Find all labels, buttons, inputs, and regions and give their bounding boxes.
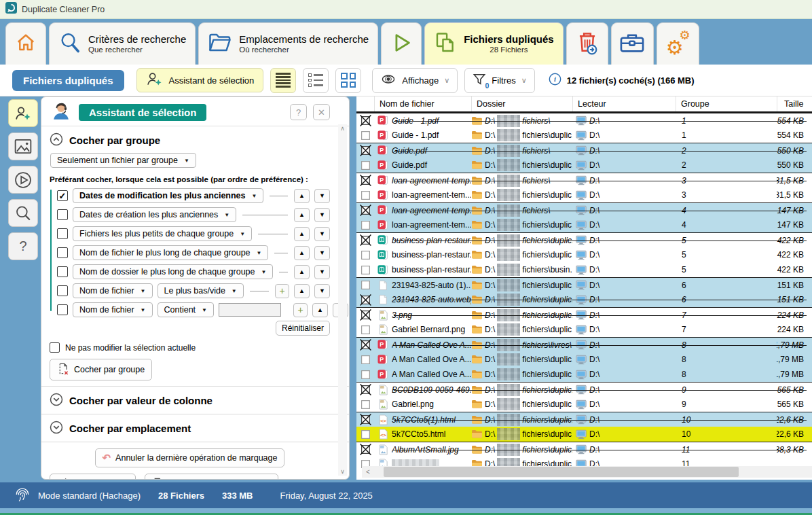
row-checkbox[interactable] xyxy=(356,173,374,188)
section-check-by-column[interactable]: Cocher par valeur de colonne xyxy=(50,393,330,408)
table-row[interactable]: P A Man Called Ove A... D:\fichiers\livr… xyxy=(356,337,812,352)
table-row[interactable]: Gabriel.png D:\fichiers\duplic... D:\ 9 … xyxy=(356,397,812,412)
rail-search-button[interactable] xyxy=(8,199,38,227)
table-row[interactable]: P loan-agreement-temp... D:\fichiers\ D:… xyxy=(356,173,812,188)
section-check-by-location[interactable]: Cocher par emplacement xyxy=(50,421,330,436)
add-rule-button[interactable]: + xyxy=(293,303,308,317)
move-up-button[interactable]: ▲ xyxy=(294,265,310,279)
tab-run-scan[interactable] xyxy=(381,22,422,65)
move-up-button[interactable]: ▲ xyxy=(294,189,310,203)
table-row[interactable]: P A Man Called Ove A... D:\fichiers\dupl… xyxy=(356,367,812,382)
preference-dropdown[interactable]: Nom de fichier▼ xyxy=(73,283,153,298)
row-checkbox[interactable] xyxy=(356,338,374,352)
contains-input[interactable] xyxy=(219,303,281,317)
table-row[interactable]: business-plan-restaur... D:\fichiers\dup… xyxy=(356,247,812,262)
list-view-button[interactable] xyxy=(270,68,296,93)
preference-checkbox[interactable] xyxy=(57,304,68,315)
tab-settings[interactable]: ⚙⚙ xyxy=(657,22,699,65)
header-nom-de-fichier[interactable]: Nom de fichier xyxy=(374,96,471,111)
filters-dropdown[interactable]: 0 Filtres ∨ xyxy=(464,68,534,93)
header-taille[interactable]: Taille xyxy=(777,96,812,111)
horizontal-scrollbar[interactable]: < xyxy=(362,466,812,478)
rail-selection-assistant-button[interactable] xyxy=(8,99,38,127)
table-row[interactable]: P Guide - 1.pdf D:\fichiers\ D:\ 1 554 K… xyxy=(356,113,812,128)
add-rule-button[interactable]: + xyxy=(275,284,289,298)
preference-checkbox[interactable] xyxy=(57,228,68,239)
display-dropdown[interactable]: Affichage ∨ xyxy=(372,68,458,93)
panel-help-button[interactable]: ? xyxy=(290,104,307,120)
table-row[interactable]: P A Man Called Ove A... D:\fichiers\dupl… xyxy=(356,352,812,367)
table-row[interactable]: BC0DB109-0059-469... D:\fichiers\duplic.… xyxy=(356,382,812,397)
move-down-button[interactable]: ▼ xyxy=(314,284,330,298)
table-row[interactable]: 3.png D:\fichiers\duplic... D:\ 7 224 KB xyxy=(356,307,812,322)
move-down-button[interactable]: ▼ xyxy=(314,265,330,279)
group-mode-dropdown[interactable]: Seulement un fichier par groupe▼ xyxy=(50,153,196,168)
row-checkbox[interactable] xyxy=(356,262,374,277)
section-check-by-group[interactable]: Cocher par groupe xyxy=(50,132,330,148)
tab-home[interactable] xyxy=(5,22,46,65)
row-checkbox[interactable] xyxy=(356,158,374,173)
panel-scrollbar[interactable]: ∧∨ xyxy=(338,124,347,476)
header-groupe[interactable]: Groupe xyxy=(676,96,777,111)
preference-checkbox[interactable] xyxy=(57,247,68,258)
invert-checked-button[interactable]: ⇄ Inverser les fichiers cochés xyxy=(145,474,279,480)
tab-tools[interactable] xyxy=(611,22,654,65)
table-row[interactable]: 231943-825-auto.webp D:\fichiers\duplic.… xyxy=(356,292,812,307)
rail-image-preview-button[interactable] xyxy=(8,132,38,160)
tab-removal[interactable] xyxy=(566,22,608,65)
table-row[interactable]: <> 5k7CCto5.html D:\fichiers\duplic... D… xyxy=(356,427,812,442)
scrollbar-thumb[interactable] xyxy=(384,467,739,477)
table-row[interactable]: P loan-agreement-tem... D:\fichiers\dupl… xyxy=(356,188,812,202)
row-checkbox[interactable] xyxy=(356,367,374,382)
row-checkbox[interactable] xyxy=(356,427,374,442)
move-up-button[interactable]: ▲ xyxy=(294,227,310,241)
uncheck-all-button[interactable]: Tout décocher xyxy=(50,474,136,480)
table-row[interactable]: P Guide - 1.pdf D:\fichiers\duplic... D:… xyxy=(356,128,812,143)
move-down-button[interactable]: ▼ xyxy=(314,208,330,222)
table-row[interactable]: P loan-agreement-tem... D:\fichiers\dupl… xyxy=(356,217,812,232)
table-row[interactable]: P Guide.pdf D:\fichiers\duplic... D:\ 2 … xyxy=(356,158,812,173)
tab-duplicate-files[interactable]: Fichiers dupliqués28 Fichiers xyxy=(424,22,564,65)
header-dossier[interactable]: Dossier xyxy=(471,96,572,111)
preference-dropdown[interactable]: Dates de modification les plus anciennes… xyxy=(73,188,263,203)
preference-checkbox[interactable] xyxy=(57,285,68,296)
preference-dropdown[interactable]: Nom de fichier▼ xyxy=(73,302,153,317)
operator-dropdown[interactable]: Contient▼ xyxy=(158,302,214,317)
row-checkbox[interactable] xyxy=(356,188,374,202)
preference-dropdown[interactable]: Dates de création les plus anciennes▼ xyxy=(73,207,236,222)
preference-dropdown[interactable]: Fichiers les plus petits de chaque group… xyxy=(73,226,252,241)
table-row[interactable]: Gabriel Bernard.png D:\fichiers\duplic..… xyxy=(356,322,812,337)
table-row[interactable]: AlbumArtSmall.jpg D:\fichiers\duplic... … xyxy=(356,442,812,457)
undo-marking-button[interactable]: ↶ Annuler la dernière opération de marqu… xyxy=(95,448,285,467)
table-row[interactable]: business-plan-restaur... D:\fichiers\bus… xyxy=(356,262,812,277)
table-row[interactable]: 231943-825-auto (1).... D:\fichiers\dupl… xyxy=(356,277,812,292)
row-checkbox[interactable] xyxy=(356,308,374,322)
preference-checkbox[interactable] xyxy=(57,266,68,277)
preference-dropdown[interactable]: Nom de fichier le plus long de chaque gr… xyxy=(73,245,268,260)
reset-button[interactable]: Réinitialiser xyxy=(276,321,330,336)
table-row[interactable]: P Guide.pdf D:\fichiers\ D:\ 2 550 KB xyxy=(356,143,812,158)
preference-dropdown[interactable]: Nom de dossier le plus long de chaque gr… xyxy=(73,264,273,279)
row-checkbox[interactable] xyxy=(356,383,374,397)
row-checkbox[interactable] xyxy=(356,143,374,158)
row-checkbox[interactable] xyxy=(356,352,374,367)
move-up-button[interactable]: ▲ xyxy=(312,303,328,317)
check-by-group-button[interactable]: Cocher par groupe xyxy=(50,359,152,380)
row-checkbox[interactable] xyxy=(356,128,374,143)
row-checkbox[interactable] xyxy=(356,412,374,427)
grid-view-button[interactable] xyxy=(335,68,361,93)
row-checkbox[interactable] xyxy=(356,442,374,457)
header-checkbox-column[interactable] xyxy=(356,96,374,111)
selection-assistant-button[interactable]: Assistant de sélection xyxy=(136,68,264,92)
keep-selection-checkbox[interactable] xyxy=(50,342,60,353)
tab-search-criteria[interactable]: Critères de rechercheQue rechercher xyxy=(49,22,196,65)
row-checkbox[interactable] xyxy=(356,397,374,412)
operator-dropdown[interactable]: Le plus bas/vide▼ xyxy=(158,283,244,298)
row-checkbox[interactable] xyxy=(356,278,374,292)
move-up-button[interactable]: ▲ xyxy=(294,246,310,260)
header-lecteur[interactable]: Lecteur xyxy=(572,96,676,111)
rail-media-button[interactable] xyxy=(8,166,38,194)
preference-checkbox[interactable] xyxy=(57,209,68,220)
row-checkbox[interactable] xyxy=(356,322,374,337)
move-up-button[interactable]: ▲ xyxy=(294,208,310,222)
